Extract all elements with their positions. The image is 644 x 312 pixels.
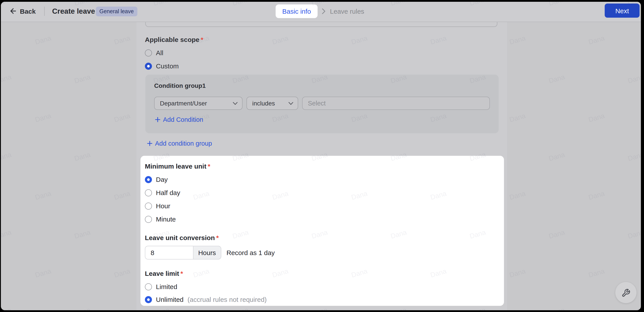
radio-custom[interactable] <box>145 62 152 69</box>
minimum-leave-unit-label: Minimum leave unit* <box>145 162 210 170</box>
add-condition-label: Add Condition <box>163 116 203 123</box>
condition-row: Department/User includes <box>154 97 490 110</box>
hours-unit-suffix: Hours <box>193 246 221 260</box>
required-asterisk: * <box>180 270 183 277</box>
tools-floating-button[interactable] <box>615 282 636 303</box>
radio-half-day[interactable] <box>145 189 152 196</box>
tab-leave-rules[interactable]: Leave rules <box>330 7 364 15</box>
chevron-down-icon <box>233 102 238 105</box>
radio-all[interactable] <box>145 49 152 56</box>
radio-day[interactable] <box>145 176 152 183</box>
condition-value-input[interactable] <box>308 100 484 107</box>
screen: Back Create leave General leave Basic in… <box>0 0 644 312</box>
wrench-icon <box>621 288 630 297</box>
operator-dropdown[interactable]: includes <box>246 97 298 110</box>
radio-option-unlimited[interactable]: Unlimited(accrual rules not required) <box>145 296 267 303</box>
required-asterisk: * <box>216 234 219 241</box>
plus-icon <box>155 117 160 122</box>
radio-half-day-label: Half day <box>156 189 180 196</box>
unlimited-note: (accrual rules not required) <box>188 296 267 303</box>
radio-option-all[interactable]: All <box>145 49 163 56</box>
leave-type-badge: General leave <box>96 6 137 16</box>
radio-hour[interactable] <box>145 202 152 209</box>
required-asterisk: * <box>208 162 210 170</box>
conversion-row: Hours Record as 1 day <box>145 246 275 260</box>
condition-value-select[interactable] <box>302 97 490 110</box>
radio-all-label: All <box>156 49 163 56</box>
radio-unlimited[interactable] <box>145 296 152 303</box>
field-type-dropdown[interactable]: Department/User <box>154 97 242 110</box>
radio-option-custom[interactable]: Custom <box>145 62 179 70</box>
required-asterisk: * <box>201 36 204 43</box>
operator-value: includes <box>252 100 275 107</box>
radio-minute-label: Minute <box>156 215 176 223</box>
radio-option-minute[interactable]: Minute <box>145 215 176 223</box>
condition-group-panel: Condition group1 Department/User include… <box>145 75 499 133</box>
partial-input-above[interactable] <box>145 22 497 27</box>
add-condition-group-label: Add condition group <box>155 140 212 147</box>
radio-custom-label: Custom <box>156 62 179 70</box>
add-condition-link[interactable]: Add Condition <box>155 116 203 123</box>
page-title: Create leave <box>52 2 95 22</box>
radio-hour-label: Hour <box>156 202 170 210</box>
radio-unlimited-label: Unlimited <box>156 296 184 303</box>
app-window: Back Create leave General leave Basic in… <box>1 2 641 310</box>
conversion-note: Record as 1 day <box>226 249 274 256</box>
radio-day-label: Day <box>156 176 168 183</box>
applicable-scope-label: Applicable scope* <box>145 36 203 43</box>
add-condition-group-link[interactable]: Add condition group <box>147 140 212 147</box>
back-arrow-icon <box>9 7 17 15</box>
conversion-hours-input[interactable] <box>145 246 194 260</box>
back-button[interactable]: Back <box>9 2 36 22</box>
leave-limit-label: Leave limit* <box>145 270 183 277</box>
leave-unit-card: Minimum leave unit* Day Half day Hour Mi… <box>140 156 504 306</box>
back-label: Back <box>20 7 36 15</box>
radio-limited[interactable] <box>145 283 152 290</box>
radio-option-half-day[interactable]: Half day <box>145 189 180 196</box>
leave-unit-conversion-label: Leave unit conversion* <box>145 234 219 241</box>
radio-option-day[interactable]: Day <box>145 176 168 183</box>
header-bar: Back Create leave General leave Basic in… <box>1 2 641 22</box>
condition-group-title: Condition group1 <box>154 82 206 89</box>
field-type-value: Department/User <box>160 100 207 107</box>
chevron-down-icon <box>288 102 293 105</box>
radio-minute[interactable] <box>145 216 152 223</box>
header-divider <box>44 6 44 16</box>
next-button[interactable]: Next <box>605 3 640 18</box>
plus-icon <box>147 141 152 146</box>
radio-option-limited[interactable]: Limited <box>145 283 177 290</box>
radio-option-hour[interactable]: Hour <box>145 202 170 210</box>
radio-limited-label: Limited <box>156 283 177 290</box>
tab-basic-info[interactable]: Basic info <box>276 4 318 18</box>
step-chevron-icon <box>322 8 326 14</box>
step-indicator: Basic info Leave rules <box>276 2 364 22</box>
